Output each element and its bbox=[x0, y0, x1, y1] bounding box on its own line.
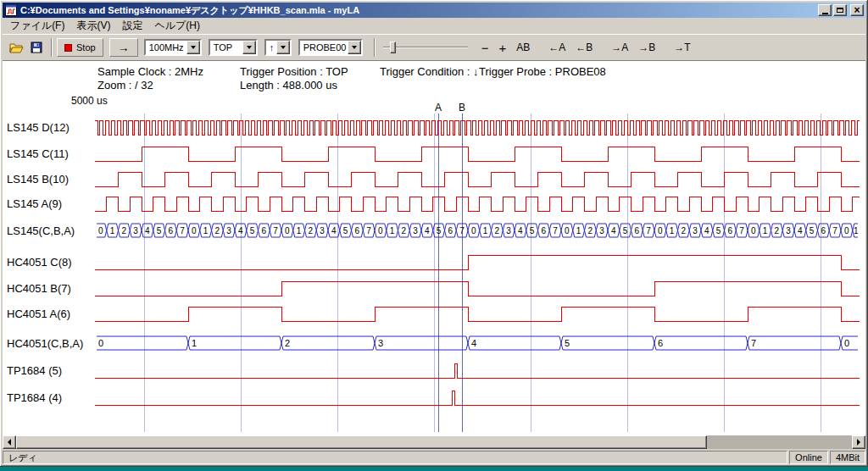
stop-button[interactable]: Stop bbox=[57, 38, 103, 57]
menu-settings[interactable]: 設定 bbox=[116, 17, 148, 35]
bus-value: 6 bbox=[448, 226, 453, 236]
trigger-edge-value: ↑ bbox=[266, 41, 276, 54]
waveform-bit bbox=[95, 147, 860, 161]
zoom-out-button[interactable]: − bbox=[478, 39, 492, 57]
goto-a-left-button[interactable]: ←A bbox=[545, 40, 569, 55]
trigger-probe-select[interactable]: PROBE00 bbox=[298, 39, 363, 56]
bus-value: 1 bbox=[854, 226, 859, 236]
zoom-slider[interactable] bbox=[383, 38, 468, 57]
bus-value: 4 bbox=[518, 226, 523, 236]
bus-value: 0 bbox=[844, 338, 849, 348]
goto-trigger-button[interactable]: →T bbox=[670, 40, 693, 55]
trigger-position-select[interactable]: TOP bbox=[209, 39, 258, 56]
bus-value: 4 bbox=[704, 226, 709, 236]
status-memory: 4MBit bbox=[830, 451, 865, 464]
menubar: ファイル(F) 表示(V) 設定 ヘルプ(H) bbox=[3, 18, 865, 34]
trigger-edge-select[interactable]: ↑ bbox=[264, 39, 292, 56]
bus-value: 1 bbox=[483, 226, 488, 236]
signal-label: LS145 C(11) bbox=[7, 147, 69, 160]
horizontal-scrollbar[interactable] bbox=[3, 435, 865, 449]
app-icon bbox=[5, 4, 17, 16]
bus-value: 6 bbox=[728, 226, 733, 236]
run-arrow-icon: → bbox=[118, 41, 130, 54]
titlebar[interactable]: C:¥Documents and Settings¥noname¥デスクトップ¥… bbox=[3, 3, 865, 18]
run-button[interactable]: → bbox=[109, 38, 138, 57]
bus-value: 5 bbox=[810, 226, 815, 236]
bus-value: 5 bbox=[716, 226, 721, 236]
close-button[interactable]: × bbox=[850, 4, 864, 16]
bus-value: 7 bbox=[366, 226, 371, 236]
sample-clock-select[interactable]: 100MHz bbox=[144, 39, 202, 56]
waveform-bit bbox=[95, 307, 860, 321]
toolbar-separator bbox=[51, 38, 53, 57]
toolbar-separator bbox=[374, 38, 376, 57]
waveform-pulse bbox=[95, 391, 860, 405]
trigger-position-info: Trigger Position : TOP bbox=[240, 65, 380, 79]
bus-value: 7 bbox=[553, 226, 558, 236]
trigger-probe-dropdown-button[interactable] bbox=[348, 41, 361, 54]
waveform-bit bbox=[95, 197, 860, 211]
menu-view[interactable]: 表示(V) bbox=[70, 17, 116, 35]
chevron-down-icon bbox=[191, 46, 196, 49]
bus-value: 2 bbox=[215, 226, 220, 236]
signal-label: HC4051 B(7) bbox=[7, 282, 71, 295]
zoom-slider-track[interactable] bbox=[383, 47, 468, 48]
capture-info: Sample Clock : 2MHz Trigger Position : T… bbox=[3, 61, 865, 92]
signal-label: LS145 A(9) bbox=[7, 197, 62, 210]
bus-value: 7 bbox=[273, 226, 278, 236]
menu-file[interactable]: ファイル(F) bbox=[4, 17, 70, 35]
goto-b-right-button[interactable]: →B bbox=[635, 40, 659, 55]
scrollbar-track[interactable] bbox=[16, 435, 852, 449]
bus-value: 1 bbox=[297, 226, 302, 236]
waveform-bit bbox=[95, 172, 860, 186]
bus-value: 4 bbox=[331, 226, 337, 236]
scroll-right-button[interactable] bbox=[852, 435, 865, 449]
ab-range-button[interactable]: AB bbox=[513, 40, 533, 55]
bus-value: 6 bbox=[542, 226, 547, 236]
bus-value: 0 bbox=[471, 226, 476, 236]
bus-value: 3 bbox=[413, 226, 418, 236]
maximize-icon bbox=[837, 8, 843, 13]
signal-label: LS145(C,B,A) bbox=[7, 224, 75, 237]
sample-clock-value: 100MHz bbox=[146, 41, 186, 54]
sample-clock-dropdown-button[interactable] bbox=[186, 41, 200, 54]
bus-value: 0 bbox=[565, 226, 570, 236]
minimize-button[interactable] bbox=[818, 4, 832, 16]
save-floppy-icon bbox=[31, 42, 42, 53]
bus-value: 7 bbox=[646, 226, 651, 236]
bus-value: 7 bbox=[180, 226, 185, 236]
trigger-position-dropdown-button[interactable] bbox=[242, 41, 256, 54]
bus-value: 2 bbox=[402, 226, 407, 236]
scrollbar-thumb[interactable] bbox=[16, 435, 707, 449]
maximize-button[interactable] bbox=[833, 4, 847, 16]
open-button[interactable] bbox=[6, 37, 26, 58]
bus-value: 4 bbox=[425, 226, 430, 236]
trigger-edge-dropdown-button[interactable] bbox=[276, 41, 290, 54]
zoom-slider-thumb[interactable] bbox=[390, 42, 396, 53]
stop-label: Stop bbox=[76, 42, 96, 53]
scroll-left-button[interactable] bbox=[3, 435, 16, 449]
bus-value: 7 bbox=[459, 226, 465, 236]
sample-clock-info: Sample Clock : 2MHz bbox=[97, 65, 240, 79]
bus-value: 0 bbox=[285, 226, 290, 236]
bus-value: 1 bbox=[576, 226, 581, 236]
zoom-in-button[interactable]: + bbox=[495, 39, 509, 57]
bus-value: 2 bbox=[495, 226, 500, 236]
app-window: C:¥Documents and Settings¥noname¥デスクトップ¥… bbox=[0, 0, 868, 467]
signal-label: HC4051(C,B,A) bbox=[7, 337, 83, 350]
chevron-down-icon bbox=[281, 46, 286, 49]
bus-value: 5 bbox=[565, 338, 570, 348]
trigger-probe-value: PROBE00 bbox=[300, 41, 348, 54]
close-icon: × bbox=[854, 5, 860, 15]
waveform-canvas[interactable]: AB5000 usLS145 D(12)LS145 C(11)LS145 B(1… bbox=[3, 93, 865, 435]
bus-value: 2 bbox=[588, 226, 593, 236]
trigger-condition-info: Trigger Condition : ↓ bbox=[380, 65, 479, 79]
bus-value: 2 bbox=[309, 226, 314, 236]
menu-help[interactable]: ヘルプ(H) bbox=[148, 17, 206, 35]
goto-a-right-button[interactable]: →A bbox=[608, 40, 632, 55]
bus-value: 1 bbox=[763, 226, 768, 236]
save-button[interactable] bbox=[26, 37, 47, 58]
bus-value: 5 bbox=[437, 226, 442, 236]
goto-b-left-button[interactable]: ←B bbox=[572, 40, 596, 55]
bus-value: 0 bbox=[192, 226, 197, 236]
